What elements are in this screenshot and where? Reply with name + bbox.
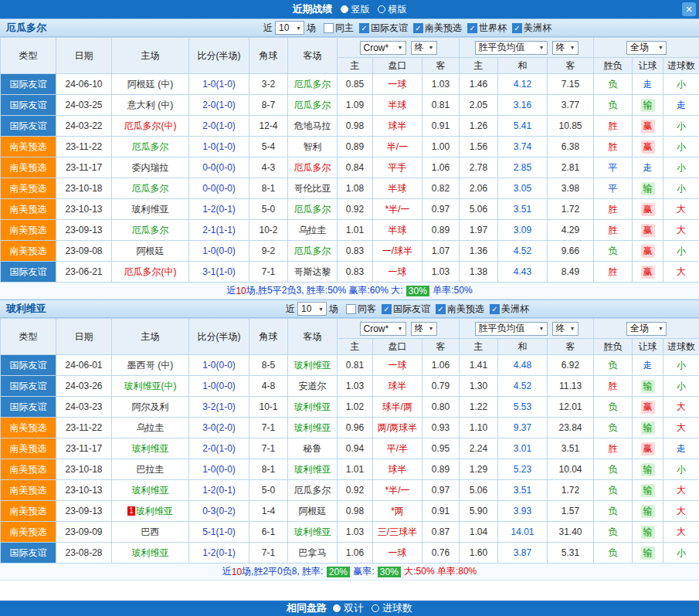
cell-away-team: 智利 [288,137,338,157]
cell-home-team: 委内瑞拉 [112,157,189,178]
checkbox-competition-0[interactable]: ✓ [359,23,369,33]
checkbox-competition-2[interactable]: ✓ [490,304,500,314]
cell-ah-away-odds: 0.89 [422,220,460,241]
cell-result: 胜 [594,116,633,137]
cell-ah-away-odds: 0.97 [422,199,460,220]
cell-eu-draw-odds: 2.85 [498,157,548,178]
bookmaker-select[interactable]: Crow*▼ [360,41,406,55]
pair-mode-option-1[interactable]: 进球数 [372,601,412,615]
euro-odds-select[interactable]: 胜平负均值▼ [475,41,548,55]
layout-option-label[interactable]: 横版 [389,3,407,16]
cell-goals: 大 [663,522,699,543]
checkbox-competition-1[interactable]: ✓ [413,23,423,33]
chevron-down-icon: ▼ [318,306,324,312]
match-row: 国际友谊24-03-23阿尔及利3-2(1-0)10-1玻利维亚1.02球半/两… [1,397,699,418]
cell-eu-away-odds: 5.31 [548,543,594,564]
checkbox-competition-2[interactable]: ✓ [467,23,477,33]
cell-home-team: 厄瓜多尔 [112,220,189,241]
cell-away-team: 厄瓜多尔 [288,157,338,178]
cell-score: 3-1(1-0) [189,262,249,283]
cell-home-team: 1玻利维亚 [112,501,189,522]
odds-time-select[interactable]: 终▼ [411,322,437,336]
radio-icon[interactable] [341,5,348,13]
checkbox-competition-0-label[interactable]: 国际友谊 [393,303,430,316]
cell-ah-away-odds: 1.03 [422,74,460,95]
cell-type: 国际友谊 [1,355,56,376]
close-button[interactable]: ✕ [682,2,696,16]
cell-date: 23-10-13 [56,199,112,220]
cell-date: 24-06-10 [56,74,112,95]
bookmaker-select[interactable]: Crow*▼ [360,322,406,336]
cell-handicap: 一/球半 [373,241,422,262]
checkbox-competition-3[interactable]: ✓ [512,23,522,33]
checkbox-competition-1-label[interactable]: 南美预选 [425,22,462,35]
match-row: 国际友谊24-03-26玻利维亚(中)1-0(0-0)4-8安道尔1.03球半0… [1,376,699,397]
cell-ah-away-odds: 0.82 [422,178,460,199]
cell-eu-away-odds: 12.01 [548,397,594,418]
cell-corner: 10-1 [249,397,288,418]
pair-mode-option-label[interactable]: 进球数 [382,601,412,615]
euro-time-select[interactable]: 终▼ [552,41,579,55]
radio-icon[interactable] [333,604,341,612]
cell-home-team: 厄瓜多尔 [112,178,189,199]
checkbox-same-side[interactable] [324,23,334,33]
cell-eu-away-odds: 9.66 [548,241,594,262]
checkbox-same-side-label[interactable]: 同主 [335,22,354,35]
odds-time-select[interactable]: 终▼ [411,41,437,55]
checkbox-competition-3-label[interactable]: 美洲杯 [524,22,551,35]
radio-icon[interactable] [372,604,379,612]
col-header-score: 比分(半场) [189,38,249,74]
cell-score: 3-0(2-0) [189,418,249,438]
checkbox-same-side[interactable] [346,304,356,314]
cell-home-team: 玻利维亚 [112,199,189,220]
pair-mode-option-0[interactable]: 双计 [333,601,364,615]
cell-date: 24-03-23 [56,397,112,418]
col-header-eu-draw: 和 [498,339,548,355]
cell-corner: 6-1 [249,522,288,543]
checkbox-competition-2-label[interactable]: 世界杯 [479,22,507,35]
cell-goals: 小 [663,543,699,564]
cell-score: 0-3(0-2) [189,501,249,522]
tbody-1: 国际友谊24-06-01墨西哥 (中)1-0(0-0)8-5玻利维亚0.81一球… [1,355,699,564]
checkbox-competition-0[interactable]: ✓ [382,304,392,314]
cell-ah-home-odds: 1.08 [338,178,373,199]
chevron-down-icon: ▼ [296,25,301,31]
layout-option-0[interactable]: 竖版 [341,3,370,16]
summary-segment: 近 [226,284,236,297]
scope-select[interactable]: 全场▼ [626,41,667,55]
cell-type: 国际友谊 [1,543,56,564]
match-count-select[interactable]: 10▼ [275,21,304,35]
layout-option-1[interactable]: 横版 [378,3,407,16]
cell-corner: 8-1 [249,178,288,199]
summary-segment: 场,胜5平2负3, 胜率:50% 赢率:60% 大: [246,284,405,297]
layout-option-label[interactable]: 竖版 [351,3,370,16]
handicap-result-pill: 输 [641,380,655,393]
checkbox-competition-2-label[interactable]: 美洲杯 [501,303,529,316]
checkbox-same-side-label[interactable]: 同客 [358,303,376,316]
checkbox-competition-1-label[interactable]: 南美预选 [447,303,484,316]
match-row: 南美预选23-10-13玻利维亚1-2(0-1)5-0厄瓜多尔0.92*半/一0… [1,480,699,501]
cell-type: 南美预选 [1,501,56,522]
cell-eu-away-odds: 1.72 [548,480,594,501]
match-row: 南美预选23-11-17委内瑞拉0-0(0-0)4-3厄瓜多尔0.84平手1.0… [1,157,699,178]
chevron-down-icon: ▼ [429,326,434,331]
cell-handicap-result: 赢 [633,116,663,137]
cell-handicap: 一球 [373,74,422,95]
cell-score: 3-2(1-0) [189,397,249,418]
cell-type: 南美预选 [1,480,56,501]
pair-mode-option-label[interactable]: 双计 [344,601,364,615]
cell-handicap: 半/一 [373,137,422,157]
cell-away-team: 玻利维亚 [288,355,338,376]
scope-select[interactable]: 全场▼ [626,322,667,336]
cell-eu-away-odds: 2.81 [548,157,594,178]
match-count-select[interactable]: 10▼ [297,302,327,316]
col-header-corner: 角球 [249,38,288,74]
cell-eu-draw-odds: 14.01 [498,522,548,543]
radio-icon[interactable] [378,5,385,13]
euro-time-select[interactable]: 终▼ [552,322,579,336]
handicap-result-pill: 输 [641,505,655,518]
cell-eu-home-odds: 1.26 [460,116,498,137]
euro-odds-select[interactable]: 胜平负均值▼ [475,322,548,336]
checkbox-competition-0-label[interactable]: 国际友谊 [371,22,408,35]
checkbox-competition-1[interactable]: ✓ [436,304,446,314]
